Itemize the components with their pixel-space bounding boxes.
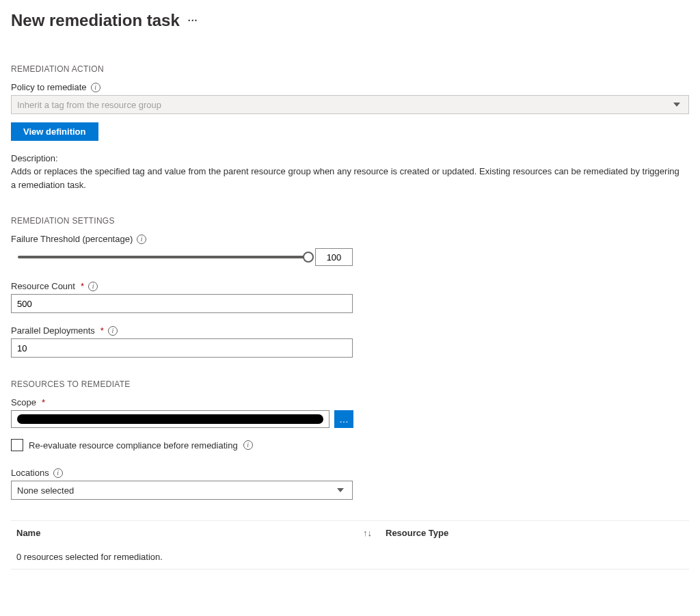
locations-value: None selected	[17, 485, 74, 496]
parallel-deployments-input[interactable]	[11, 338, 353, 358]
reevaluate-checkbox[interactable]	[11, 439, 23, 451]
policy-to-remediate-dropdown[interactable]: Inherit a tag from the resource group	[11, 95, 689, 114]
failure-threshold-value[interactable]	[315, 248, 353, 266]
reevaluate-checkbox-row: Re-evaluate resource compliance before r…	[11, 439, 689, 451]
failure-threshold-text: Failure Threshold (percentage)	[11, 234, 133, 244]
locations-dropdown[interactable]: None selected	[11, 481, 353, 500]
scope-text: Scope	[11, 397, 36, 407]
scope-label: Scope *	[11, 397, 689, 407]
policy-value: Inherit a tag from the resource group	[17, 100, 161, 110]
reevaluate-label: Re-evaluate resource compliance before r…	[29, 440, 238, 451]
policy-label-text: Policy to remediate	[11, 82, 87, 92]
slider-thumb[interactable]	[303, 252, 314, 263]
locations-label: Locations i	[11, 468, 689, 478]
table-header: Name ↑↓ Resource Type	[11, 521, 689, 545]
view-definition-button[interactable]: View definition	[11, 122, 98, 141]
required-indicator: *	[42, 397, 45, 407]
resource-count-text: Resource Count	[11, 281, 75, 291]
more-actions-icon[interactable]: ···	[188, 15, 198, 26]
policy-to-remediate-label: Policy to remediate i	[11, 82, 689, 92]
info-icon[interactable]: i	[91, 83, 100, 92]
description-text: Adds or replaces the specified tag and v…	[11, 165, 681, 191]
chevron-down-icon	[337, 488, 344, 492]
info-icon[interactable]: i	[108, 326, 118, 336]
description-label: Description:	[11, 153, 689, 163]
required-indicator: *	[100, 325, 104, 336]
failure-threshold-label: Failure Threshold (percentage) i	[11, 234, 689, 244]
column-resource-type[interactable]: Resource Type	[386, 528, 684, 538]
slider-track[interactable]	[18, 256, 308, 258]
info-icon[interactable]: i	[243, 440, 253, 450]
required-indicator: *	[81, 281, 84, 291]
column-name[interactable]: Name ↑↓	[16, 528, 386, 538]
parallel-deployments-text: Parallel Deployments	[11, 325, 95, 336]
column-type-text: Resource Type	[386, 528, 448, 538]
info-icon[interactable]: i	[88, 282, 98, 291]
resource-count-label: Resource Count * i	[11, 281, 353, 291]
empty-message: 0 resources selected for remediation.	[16, 552, 163, 562]
parallel-deployments-label: Parallel Deployments * i	[11, 325, 353, 336]
scope-input[interactable]	[11, 410, 329, 428]
resources-to-remediate-heading: RESOURCES TO REMEDIATE	[11, 379, 689, 389]
resources-table: Name ↑↓ Resource Type 0 resources select…	[11, 520, 689, 570]
remediation-action-heading: REMEDIATION ACTION	[11, 64, 689, 74]
page-title: New remediation task ···	[11, 11, 689, 30]
locations-text: Locations	[11, 468, 49, 478]
page-title-text: New remediation task	[11, 11, 180, 30]
chevron-down-icon	[673, 103, 680, 107]
table-empty-row: 0 resources selected for remediation.	[11, 545, 689, 570]
resource-count-input[interactable]	[11, 294, 353, 313]
scope-picker-button[interactable]: …	[334, 410, 353, 428]
redacted-content	[17, 414, 323, 424]
sort-icon[interactable]: ↑↓	[363, 528, 372, 538]
failure-threshold-slider[interactable]	[11, 248, 353, 266]
remediation-settings-heading: REMEDIATION SETTINGS	[11, 216, 689, 226]
info-icon[interactable]: i	[137, 235, 146, 244]
info-icon[interactable]: i	[53, 468, 63, 478]
column-name-text: Name	[16, 528, 40, 538]
